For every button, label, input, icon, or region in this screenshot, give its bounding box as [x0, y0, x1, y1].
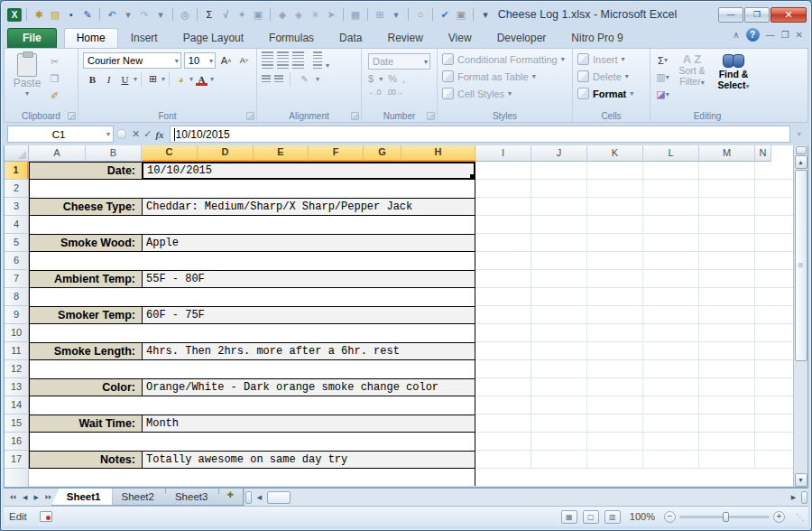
scroll-left-icon[interactable]: ◀ — [253, 491, 266, 504]
row-label-cell[interactable]: Smoke Wood: — [29, 234, 142, 252]
column-header-A[interactable]: A — [29, 145, 86, 162]
enter-icon[interactable]: ✓ — [143, 128, 152, 140]
comma-style-icon[interactable]: , — [402, 73, 405, 84]
row-value-cell[interactable]: Totally awesome on same day try — [142, 451, 475, 469]
clipboard-dialog-launcher[interactable]: ◿ — [68, 112, 76, 120]
open-icon[interactable]: ▨ — [48, 8, 62, 22]
column-header-J[interactable]: J — [531, 145, 587, 162]
increase-decimal-icon[interactable]: ←.0 — [368, 88, 381, 97]
empty-row-span[interactable] — [29, 288, 475, 306]
grid-cells[interactable] — [475, 342, 793, 360]
align-right-icon[interactable] — [292, 61, 304, 70]
column-header-I[interactable]: I — [475, 145, 531, 162]
workbook-close-icon[interactable]: ✕ — [796, 30, 803, 40]
find-select-button[interactable]: Find & Select▾ — [714, 52, 753, 109]
row-value-cell[interactable]: Apple — [142, 234, 475, 252]
prev-sheet-icon[interactable]: ◀ — [20, 492, 30, 503]
tab-developer[interactable]: Developer — [484, 28, 559, 48]
wrap-text-icon[interactable]: ✎ — [297, 71, 312, 87]
row-value-cell[interactable]: 10/10/2015 — [142, 162, 475, 180]
name-box-dropdown-icon[interactable]: ▾ — [106, 130, 110, 138]
column-header-B[interactable]: B — [86, 145, 142, 162]
customize-qat-icon[interactable]: ▾ — [478, 8, 493, 22]
column-header-G[interactable]: G — [364, 145, 401, 162]
row-header-11[interactable]: 11 — [5, 342, 29, 360]
tab-nitro-pro-9[interactable]: Nitro Pro 9 — [558, 28, 635, 48]
name-box[interactable]: C1 ▾ — [7, 126, 114, 143]
sheet-tab-sheet3[interactable]: Sheet3 — [160, 489, 219, 506]
minimize-button[interactable]: — — [718, 7, 743, 23]
collapse-ribbon-icon[interactable]: ∧ — [733, 30, 739, 40]
grid-cells[interactable] — [475, 180, 793, 198]
row-header-13[interactable]: 13 — [5, 378, 29, 396]
scroll-right-icon[interactable]: ▶ — [787, 491, 800, 504]
grid-cells[interactable] — [475, 162, 793, 180]
fill-color-button[interactable]: ◕ — [173, 71, 189, 87]
zoom-tool-icon[interactable]: ○ — [413, 8, 428, 22]
accounting-format-icon[interactable]: $ — [368, 73, 374, 84]
font-dialog-launcher[interactable]: ◿ — [246, 112, 254, 120]
macro-button-2-icon[interactable]: ◈ — [291, 8, 306, 22]
row-header-14[interactable]: 14 — [5, 396, 29, 415]
grid-cells[interactable] — [475, 378, 793, 396]
undo-icon[interactable]: ↶ — [105, 8, 119, 22]
workbook-minimize-icon[interactable]: — — [766, 30, 775, 40]
grid-cells[interactable] — [475, 451, 793, 469]
borders-button[interactable]: ⊞ — [145, 71, 161, 87]
font-color-button[interactable]: A — [194, 71, 209, 87]
grid-cells[interactable] — [475, 306, 793, 324]
format-as-table-button[interactable]: Format as Table▾ — [440, 68, 569, 85]
row-value-cell[interactable]: 60F - 75F — [142, 306, 475, 324]
close-button[interactable]: ✕ — [770, 7, 807, 23]
empty-row-span[interactable] — [29, 433, 475, 451]
row-header-7[interactable]: 7 — [5, 270, 29, 288]
row-label-cell[interactable]: Date: — [29, 162, 142, 180]
column-header-E[interactable]: E — [254, 145, 309, 162]
camera-icon[interactable]: ▣ — [454, 8, 468, 22]
select-all-corner[interactable] — [5, 145, 29, 162]
tab-view[interactable]: View — [436, 28, 484, 48]
underline-button[interactable]: U — [117, 71, 133, 87]
row-header-12[interactable]: 12 — [5, 360, 29, 378]
table-icon[interactable]: ▦ — [348, 8, 363, 22]
spelling-icon[interactable]: ✔ — [438, 8, 452, 22]
vertical-scrollbar[interactable]: ▲ ▼ — [793, 145, 807, 487]
row-header-6[interactable]: 6 — [5, 252, 29, 270]
tab-formulas[interactable]: Formulas — [256, 28, 327, 48]
clear-button[interactable]: ◪▾ — [655, 87, 670, 102]
grid-cells[interactable] — [475, 198, 793, 216]
zoom-in-icon[interactable]: + — [773, 511, 785, 523]
number-dialog-launcher[interactable]: ◿ — [427, 112, 435, 120]
column-header-K[interactable]: K — [587, 145, 643, 162]
row-label-cell[interactable]: Wait Time: — [29, 415, 142, 433]
cancel-icon[interactable]: ✕ — [132, 128, 140, 140]
grid-cells[interactable] — [475, 360, 793, 378]
row-label-cell[interactable]: Color: — [29, 378, 142, 396]
row-label-cell[interactable]: Cheese Type: — [29, 198, 142, 216]
undo-dropdown-icon[interactable]: ▾ — [121, 8, 135, 22]
column-header-L[interactable]: L — [643, 145, 699, 162]
tab-insert[interactable]: Insert — [118, 28, 171, 48]
sort-filter-button[interactable]: A Z Sort & Filter▾ — [672, 52, 712, 109]
empty-row-span[interactable] — [29, 396, 475, 415]
row-header-1[interactable]: 1 — [5, 162, 29, 180]
format-painter-icon[interactable]: ✐ — [47, 88, 62, 104]
grid-cells[interactable] — [475, 252, 793, 270]
zoom-slider-thumb[interactable] — [723, 512, 729, 522]
row-value-cell[interactable]: Month — [142, 415, 475, 433]
grid-cells[interactable] — [475, 396, 793, 415]
row-header-8[interactable]: 8 — [5, 288, 29, 306]
grid-cells[interactable] — [475, 324, 793, 342]
formula-input[interactable]: 10/10/2015 — [170, 126, 790, 143]
zoom-out-icon[interactable]: − — [664, 511, 676, 523]
redo-icon[interactable]: ↷ — [137, 8, 152, 22]
excel-logo-icon[interactable]: X — [7, 8, 22, 22]
align-top-icon[interactable] — [262, 51, 273, 60]
font-size-combo[interactable]: 10▾ — [184, 52, 216, 69]
row-header-15[interactable]: 15 — [5, 415, 29, 433]
tab-page-layout[interactable]: Page Layout — [171, 28, 256, 48]
formula-bar-expand-icon[interactable]: ˅ — [793, 130, 805, 138]
workbook-restore-icon[interactable]: ❐ — [781, 30, 789, 40]
macro-button-4-icon[interactable]: ➤ — [324, 8, 338, 22]
grow-font-button[interactable]: A˄ — [218, 53, 234, 69]
